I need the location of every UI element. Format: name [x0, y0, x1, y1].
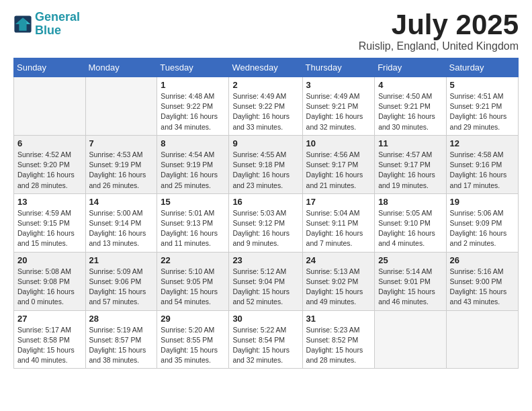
- calendar-cell: 16Sunrise: 5:03 AM Sunset: 9:12 PM Dayli…: [229, 193, 302, 252]
- calendar-cell: 27Sunrise: 5:17 AM Sunset: 8:58 PM Dayli…: [14, 310, 86, 369]
- day-detail: Sunrise: 5:19 AM Sunset: 8:57 PM Dayligh…: [89, 325, 154, 366]
- day-detail: Sunrise: 4:58 AM Sunset: 9:16 PM Dayligh…: [450, 150, 515, 191]
- calendar-cell: [446, 310, 518, 369]
- day-detail: Sunrise: 4:56 AM Sunset: 9:17 PM Dayligh…: [306, 150, 371, 191]
- calendar-week-3: 13Sunrise: 4:59 AM Sunset: 9:15 PM Dayli…: [14, 193, 519, 252]
- day-number: 11: [378, 138, 442, 148]
- day-number: 27: [17, 314, 82, 324]
- calendar: Sunday Monday Tuesday Wednesday Thursday…: [13, 58, 519, 369]
- day-detail: Sunrise: 5:03 AM Sunset: 9:12 PM Dayligh…: [232, 208, 298, 249]
- calendar-week-5: 27Sunrise: 5:17 AM Sunset: 8:58 PM Dayli…: [14, 310, 519, 369]
- day-detail: Sunrise: 4:49 AM Sunset: 9:22 PM Dayligh…: [232, 91, 298, 132]
- day-detail: Sunrise: 5:00 AM Sunset: 9:14 PM Dayligh…: [89, 208, 154, 249]
- day-number: 26: [450, 255, 515, 265]
- logo-text-line1: General: [35, 11, 80, 24]
- day-number: 8: [161, 138, 225, 148]
- day-number: 13: [17, 197, 82, 207]
- day-number: 29: [161, 314, 225, 324]
- logo-text-line2: Blue: [35, 24, 80, 38]
- header-sunday: Sunday: [14, 58, 86, 77]
- day-detail: Sunrise: 4:50 AM Sunset: 9:21 PM Dayligh…: [378, 91, 442, 132]
- calendar-cell: 21Sunrise: 5:09 AM Sunset: 9:06 PM Dayli…: [85, 252, 157, 310]
- day-detail: Sunrise: 5:13 AM Sunset: 9:02 PM Dayligh…: [306, 267, 371, 308]
- day-detail: Sunrise: 5:08 AM Sunset: 9:08 PM Dayligh…: [17, 267, 82, 308]
- calendar-cell: 30Sunrise: 5:22 AM Sunset: 8:54 PM Dayli…: [229, 310, 302, 369]
- calendar-cell: 9Sunrise: 4:55 AM Sunset: 9:18 PM Daylig…: [229, 135, 302, 193]
- day-number: 21: [89, 255, 154, 265]
- day-detail: Sunrise: 5:06 AM Sunset: 9:09 PM Dayligh…: [450, 208, 515, 249]
- calendar-cell: 19Sunrise: 5:06 AM Sunset: 9:09 PM Dayli…: [446, 193, 518, 252]
- calendar-week-2: 6Sunrise: 4:52 AM Sunset: 9:20 PM Daylig…: [14, 135, 519, 193]
- logo: General Blue: [13, 11, 80, 38]
- calendar-cell: 15Sunrise: 5:01 AM Sunset: 9:13 PM Dayli…: [157, 193, 229, 252]
- day-number: 7: [89, 138, 154, 148]
- calendar-cell: 10Sunrise: 4:56 AM Sunset: 9:17 PM Dayli…: [302, 135, 375, 193]
- header-thursday: Thursday: [302, 58, 375, 77]
- calendar-cell: 25Sunrise: 5:14 AM Sunset: 9:01 PM Dayli…: [375, 252, 446, 310]
- calendar-cell: 7Sunrise: 4:53 AM Sunset: 9:19 PM Daylig…: [85, 135, 157, 193]
- calendar-cell: 5Sunrise: 4:51 AM Sunset: 9:21 PM Daylig…: [446, 77, 518, 136]
- day-detail: Sunrise: 5:23 AM Sunset: 8:52 PM Dayligh…: [306, 325, 371, 366]
- day-number: 14: [89, 197, 154, 207]
- day-number: 25: [378, 255, 442, 265]
- day-number: 18: [378, 197, 442, 207]
- calendar-cell: 18Sunrise: 5:05 AM Sunset: 9:10 PM Dayli…: [375, 193, 446, 252]
- day-number: 2: [232, 80, 298, 90]
- day-detail: Sunrise: 5:22 AM Sunset: 8:54 PM Dayligh…: [232, 325, 298, 366]
- day-detail: Sunrise: 5:17 AM Sunset: 8:58 PM Dayligh…: [17, 325, 82, 366]
- day-detail: Sunrise: 5:10 AM Sunset: 9:05 PM Dayligh…: [161, 267, 225, 308]
- calendar-cell: [14, 77, 86, 136]
- calendar-cell: 23Sunrise: 5:12 AM Sunset: 9:04 PM Dayli…: [229, 252, 302, 310]
- header: General Blue July 2025 Ruislip, England,…: [13, 11, 519, 52]
- day-detail: Sunrise: 5:05 AM Sunset: 9:10 PM Dayligh…: [378, 208, 442, 249]
- day-detail: Sunrise: 4:57 AM Sunset: 9:17 PM Dayligh…: [378, 150, 442, 191]
- day-number: 12: [450, 138, 515, 148]
- calendar-cell: 4Sunrise: 4:50 AM Sunset: 9:21 PM Daylig…: [375, 77, 446, 136]
- day-number: 1: [161, 80, 225, 90]
- day-detail: Sunrise: 5:16 AM Sunset: 9:00 PM Dayligh…: [450, 267, 515, 308]
- calendar-cell: 20Sunrise: 5:08 AM Sunset: 9:08 PM Dayli…: [14, 252, 86, 310]
- calendar-cell: 6Sunrise: 4:52 AM Sunset: 9:20 PM Daylig…: [14, 135, 86, 193]
- day-number: 17: [306, 197, 371, 207]
- logo-icon: [13, 15, 32, 34]
- day-detail: Sunrise: 4:52 AM Sunset: 9:20 PM Dayligh…: [17, 150, 82, 191]
- location-title: Ruislip, England, United Kingdom: [359, 40, 519, 52]
- calendar-header-row: Sunday Monday Tuesday Wednesday Thursday…: [14, 58, 519, 77]
- day-number: 28: [89, 314, 154, 324]
- calendar-cell: 24Sunrise: 5:13 AM Sunset: 9:02 PM Dayli…: [302, 252, 375, 310]
- calendar-cell: 1Sunrise: 4:48 AM Sunset: 9:22 PM Daylig…: [157, 77, 229, 136]
- calendar-cell: 8Sunrise: 4:54 AM Sunset: 9:19 PM Daylig…: [157, 135, 229, 193]
- day-detail: Sunrise: 4:55 AM Sunset: 9:18 PM Dayligh…: [232, 150, 298, 191]
- day-detail: Sunrise: 5:20 AM Sunset: 8:55 PM Dayligh…: [161, 325, 225, 366]
- day-number: 24: [306, 255, 371, 265]
- calendar-cell: 28Sunrise: 5:19 AM Sunset: 8:57 PM Dayli…: [85, 310, 157, 369]
- day-detail: Sunrise: 4:53 AM Sunset: 9:19 PM Dayligh…: [89, 150, 154, 191]
- day-detail: Sunrise: 4:59 AM Sunset: 9:15 PM Dayligh…: [17, 208, 82, 249]
- calendar-cell: 2Sunrise: 4:49 AM Sunset: 9:22 PM Daylig…: [229, 77, 302, 136]
- day-detail: Sunrise: 4:54 AM Sunset: 9:19 PM Dayligh…: [161, 150, 225, 191]
- day-number: 23: [232, 255, 298, 265]
- day-number: 20: [17, 255, 82, 265]
- calendar-week-4: 20Sunrise: 5:08 AM Sunset: 9:08 PM Dayli…: [14, 252, 519, 310]
- header-friday: Friday: [375, 58, 446, 77]
- day-number: 4: [378, 80, 442, 90]
- day-number: 30: [232, 314, 298, 324]
- calendar-week-1: 1Sunrise: 4:48 AM Sunset: 9:22 PM Daylig…: [14, 77, 519, 136]
- day-detail: Sunrise: 4:51 AM Sunset: 9:21 PM Dayligh…: [450, 91, 515, 132]
- calendar-cell: 12Sunrise: 4:58 AM Sunset: 9:16 PM Dayli…: [446, 135, 518, 193]
- day-detail: Sunrise: 5:14 AM Sunset: 9:01 PM Dayligh…: [378, 267, 442, 308]
- month-title: July 2025: [359, 11, 519, 39]
- day-detail: Sunrise: 5:04 AM Sunset: 9:11 PM Dayligh…: [306, 208, 371, 249]
- day-number: 5: [450, 80, 515, 90]
- day-number: 3: [306, 80, 371, 90]
- day-number: 31: [306, 314, 371, 324]
- day-detail: Sunrise: 5:01 AM Sunset: 9:13 PM Dayligh…: [161, 208, 225, 249]
- day-detail: Sunrise: 5:12 AM Sunset: 9:04 PM Dayligh…: [232, 267, 298, 308]
- day-number: 22: [161, 255, 225, 265]
- title-area: July 2025 Ruislip, England, United Kingd…: [359, 11, 519, 52]
- header-wednesday: Wednesday: [229, 58, 302, 77]
- day-detail: Sunrise: 4:49 AM Sunset: 9:21 PM Dayligh…: [306, 91, 371, 132]
- calendar-cell: 17Sunrise: 5:04 AM Sunset: 9:11 PM Dayli…: [302, 193, 375, 252]
- calendar-cell: [375, 310, 446, 369]
- day-number: 9: [232, 138, 298, 148]
